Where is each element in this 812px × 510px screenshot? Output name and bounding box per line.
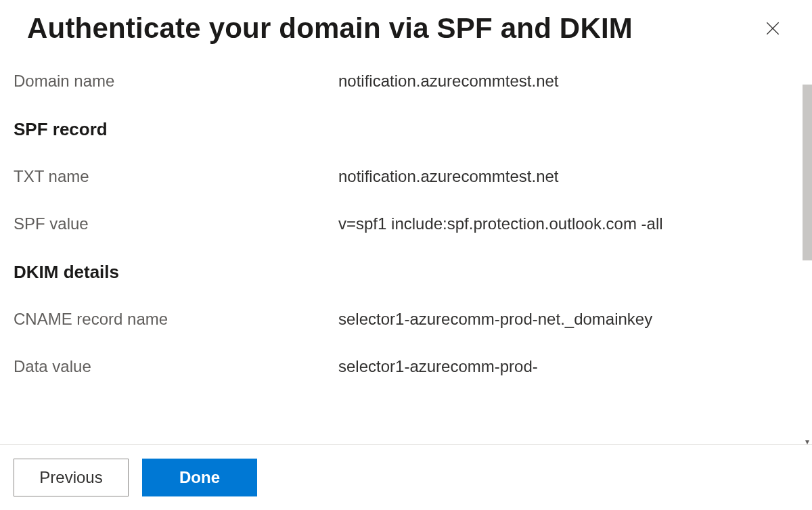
domain-name-row: Domain name notification.azurecommtest.n… (14, 72, 785, 91)
cname-record-label: CNAME record name (14, 310, 338, 329)
cname-record-row: CNAME record name selector1-azurecomm-pr… (14, 310, 785, 329)
previous-button[interactable]: Previous (14, 459, 129, 496)
spf-value-value: v=spf1 include:spf.protection.outlook.co… (338, 214, 785, 233)
close-icon (764, 20, 782, 37)
spf-value-label: SPF value (14, 214, 338, 233)
txt-name-row: TXT name notification.azurecommtest.net (14, 167, 785, 186)
txt-name-value: notification.azurecommtest.net (338, 167, 785, 186)
domain-name-value: notification.azurecommtest.net (338, 72, 785, 91)
spf-section-heading: SPF record (14, 119, 785, 140)
panel-footer: Previous Done (0, 444, 812, 510)
txt-name-label: TXT name (14, 167, 338, 186)
panel-title: Authenticate your domain via SPF and DKI… (27, 12, 633, 45)
spf-value-row: SPF value v=spf1 include:spf.protection.… (14, 214, 785, 233)
domain-name-label: Domain name (14, 72, 338, 91)
panel-content: Domain name notification.azurecommtest.n… (0, 51, 812, 444)
data-value-row: Data value selector1-azurecomm-prod- (14, 357, 785, 376)
dkim-section-heading: DKIM details (14, 262, 785, 283)
scroll-down-icon[interactable]: ▾ (803, 437, 812, 446)
auth-domain-panel: Authenticate your domain via SPF and DKI… (0, 0, 812, 510)
data-value-value: selector1-azurecomm-prod- (338, 357, 785, 376)
data-value-label: Data value (14, 357, 338, 376)
done-button[interactable]: Done (142, 459, 257, 496)
panel-header: Authenticate your domain via SPF and DKI… (0, 0, 812, 51)
cname-record-value: selector1-azurecomm-prod-net._domainkey (338, 310, 785, 329)
close-button[interactable] (761, 16, 785, 41)
scrollbar-thumb[interactable] (803, 85, 812, 260)
